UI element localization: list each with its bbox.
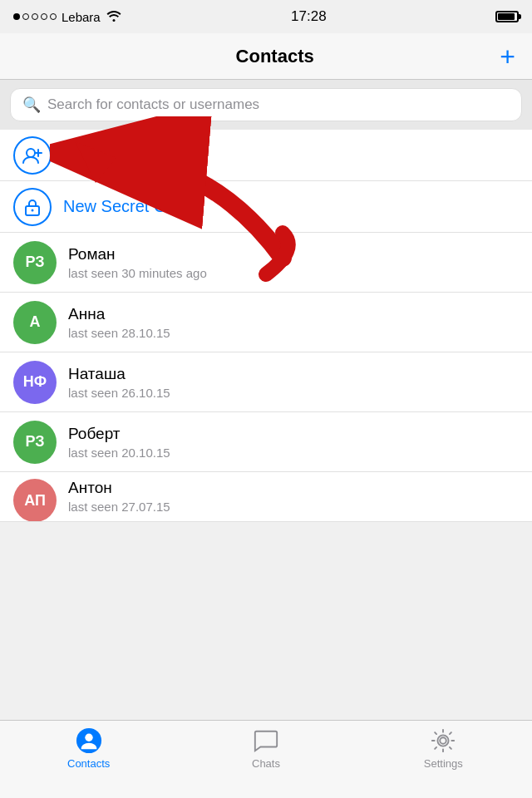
contact-item[interactable]: НФ Наташа last seen 26.10.15	[0, 352, 532, 412]
status-left: Lebara	[13, 8, 122, 25]
nav-bar: Contacts +	[0, 33, 532, 80]
lock-chat-icon	[13, 188, 52, 226]
chats-tab-icon	[253, 727, 279, 754]
tab-settings[interactable]: Settings	[355, 727, 532, 770]
tab-contacts[interactable]: Contacts	[0, 727, 177, 770]
contact-status: last seen 27.07.15	[68, 500, 170, 514]
search-icon: 🔍	[22, 96, 41, 114]
contact-item[interactable]: РЗ Роберт last seen 20.10.15	[0, 412, 532, 472]
contact-info: Роберт last seen 20.10.15	[68, 425, 170, 460]
contact-info: Роман last seen 30 minutes ago	[68, 245, 207, 280]
contact-name: Антон	[68, 479, 170, 497]
settings-tab-icon	[430, 727, 456, 754]
invite-friends-item[interactable]: Invite Friends	[0, 130, 532, 181]
svg-point-4	[32, 209, 34, 211]
contact-status: last seen 28.10.15	[68, 326, 170, 340]
status-right	[495, 11, 519, 22]
contacts-tab-label: Contacts	[67, 757, 110, 770]
search-input[interactable]: Search for contacts or usernames	[47, 96, 259, 113]
svg-point-9	[441, 737, 447, 744]
contact-item[interactable]: РЗ Роман last seen 30 minutes ago	[0, 233, 532, 293]
contact-name: Роман	[68, 245, 207, 264]
contact-name: Роберт	[68, 425, 170, 443]
contacts-tab-icon	[76, 727, 102, 754]
carrier-label: Lebara	[62, 10, 101, 24]
avatar: РЗ	[13, 241, 57, 284]
new-secret-chat-label: New Secret Chat	[63, 197, 189, 216]
contact-status: last seen 20.10.15	[68, 446, 170, 460]
person-add-icon	[13, 136, 52, 175]
contact-info: Наташа last seen 26.10.15	[68, 365, 170, 400]
chats-tab-label: Chats	[252, 757, 280, 770]
contact-item[interactable]: А Анна last seen 28.10.15	[0, 293, 532, 352]
tab-bar: Contacts Chats Settings	[0, 720, 532, 798]
wifi-icon	[106, 8, 122, 25]
svg-point-0	[27, 149, 35, 157]
search-container: 🔍 Search for contacts or usernames	[0, 80, 532, 130]
signal-icon	[13, 13, 57, 20]
invite-friends-label: Invite Friends	[63, 145, 163, 165]
battery-icon	[495, 11, 519, 22]
tab-chats[interactable]: Chats	[177, 727, 354, 770]
contact-status: last seen 26.10.15	[68, 386, 170, 400]
avatar: НФ	[13, 361, 57, 404]
contact-item[interactable]: АП Антон last seen 27.07.15	[0, 472, 532, 522]
avatar: А	[13, 301, 57, 344]
contact-info: Анна last seen 28.10.15	[68, 305, 170, 340]
contact-name: Анна	[68, 305, 170, 323]
settings-tab-label: Settings	[424, 757, 463, 770]
status-bar: Lebara 17:28	[0, 0, 532, 33]
avatar: АП	[13, 479, 57, 522]
add-contact-button[interactable]: +	[500, 43, 515, 70]
search-bar[interactable]: 🔍 Search for contacts or usernames	[10, 88, 522, 121]
contact-list: Invite Friends New Secret Chat РЗ Роман …	[0, 130, 532, 522]
contact-status: last seen 30 minutes ago	[68, 266, 207, 280]
avatar: РЗ	[13, 421, 57, 464]
new-secret-chat-item[interactable]: New Secret Chat	[0, 181, 532, 233]
contact-info: Антон last seen 27.07.15	[68, 479, 170, 514]
page-title: Contacts	[236, 46, 314, 67]
svg-point-8	[85, 734, 92, 741]
status-time: 17:28	[291, 8, 327, 25]
contact-name: Наташа	[68, 365, 170, 383]
